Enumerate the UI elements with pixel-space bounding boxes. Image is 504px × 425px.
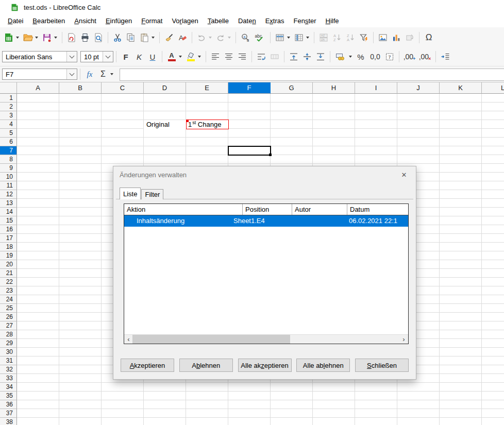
spelling-icon[interactable]: abc xyxy=(252,31,267,44)
column-header-k[interactable]: K xyxy=(440,82,482,94)
column-header-e[interactable]: E xyxy=(186,82,228,94)
row-header-2[interactable]: 2 xyxy=(0,103,17,111)
formula-input[interactable] xyxy=(120,69,504,81)
export-pdf-icon[interactable] xyxy=(65,31,78,44)
row-header-11[interactable]: 11 xyxy=(0,181,17,190)
row-header-24[interactable]: 24 xyxy=(0,295,17,304)
new-dropdown-caret[interactable] xyxy=(16,37,19,39)
rows-icon[interactable] xyxy=(273,31,287,44)
delete-decimal-icon[interactable]: ,00× xyxy=(417,50,433,63)
column-header-l[interactable]: L xyxy=(482,82,504,94)
row-header-21[interactable]: 21 xyxy=(0,269,17,278)
row-header-36[interactable]: 36 xyxy=(0,400,17,409)
columns-dropdown-caret[interactable] xyxy=(306,37,309,39)
special-character-icon[interactable]: Ω xyxy=(422,31,435,44)
row-header-25[interactable]: 25 xyxy=(0,304,17,313)
cell-e4-tracked-change[interactable]: 1st Change xyxy=(186,120,229,129)
add-decimal-icon[interactable]: ,00+ xyxy=(402,50,417,63)
font-size-combo[interactable]: 10 pt xyxy=(80,51,113,62)
row-header-29[interactable]: 29 xyxy=(0,339,17,348)
paste-icon[interactable] xyxy=(138,31,151,44)
row-header-26[interactable]: 26 xyxy=(0,313,17,321)
row-header-35[interactable]: 35 xyxy=(0,392,17,400)
rows-dropdown-caret[interactable] xyxy=(287,37,290,39)
open-file-icon[interactable] xyxy=(21,31,35,44)
alle-akzeptieren-button[interactable]: Alle akzeptieren xyxy=(238,359,292,372)
align-left-icon[interactable] xyxy=(209,50,222,63)
select-all-corner[interactable] xyxy=(0,82,17,94)
sum-dropdown-caret[interactable] xyxy=(110,73,113,75)
clone-formatting-icon[interactable] xyxy=(162,31,176,44)
row-header-6[interactable]: 6 xyxy=(0,138,17,146)
row-header-31[interactable]: 31 xyxy=(0,356,17,365)
column-header-datum[interactable]: Datum xyxy=(347,204,408,215)
schließen-button[interactable]: Schließen xyxy=(355,359,409,372)
column-header-aktion[interactable]: Aktion xyxy=(124,204,243,215)
row-header-28[interactable]: 28 xyxy=(0,330,17,339)
fill-handle[interactable] xyxy=(269,154,272,156)
row-header-10[interactable]: 10 xyxy=(0,173,17,181)
columns-icon[interactable] xyxy=(292,31,306,44)
row-header-27[interactable]: 27 xyxy=(0,321,17,330)
ablehnen-button[interactable]: Ablehnen xyxy=(179,359,233,372)
increase-indent-icon[interactable] xyxy=(439,50,452,63)
row-header-23[interactable]: 23 xyxy=(0,286,17,295)
row-header-14[interactable]: 14 xyxy=(0,208,17,216)
align-top-icon[interactable] xyxy=(287,50,300,63)
currency-dropdown-caret[interactable] xyxy=(349,56,352,58)
menu-hilfe[interactable]: Hilfe xyxy=(321,15,344,26)
font-color-button[interactable]: A xyxy=(165,50,178,63)
copy-icon[interactable] xyxy=(124,31,138,44)
row-header-1[interactable]: 1 xyxy=(0,94,17,103)
insert-chart-icon[interactable] xyxy=(390,31,403,44)
row-header-32[interactable]: 32 xyxy=(0,365,17,374)
italic-button[interactable]: K xyxy=(132,50,146,63)
clear-formatting-icon[interactable]: A xyxy=(176,31,189,44)
name-box[interactable]: F7 xyxy=(2,69,77,80)
row-header-3[interactable]: 3 xyxy=(0,111,17,120)
align-bottom-icon[interactable] xyxy=(314,50,327,63)
menu-vorlagen[interactable]: Vorlagen xyxy=(167,15,203,26)
row-header-18[interactable]: 18 xyxy=(0,243,17,251)
row-header-4[interactable]: 4 xyxy=(0,120,17,129)
cut-icon[interactable] xyxy=(111,31,124,44)
scroll-right-icon[interactable]: › xyxy=(399,335,408,344)
date-format-icon[interactable]: 7 xyxy=(383,50,396,63)
row-header-8[interactable]: 8 xyxy=(0,155,17,164)
row-header-7[interactable]: 7 xyxy=(0,146,17,155)
row-header-30[interactable]: 30 xyxy=(0,348,17,356)
underline-button[interactable]: U xyxy=(146,50,159,63)
column-header-i[interactable]: I xyxy=(355,82,397,94)
horizontal-scrollbar[interactable]: ‹ › xyxy=(124,334,408,344)
menu-format[interactable]: Format xyxy=(137,15,167,26)
print-preview-icon[interactable] xyxy=(92,31,105,44)
open-dropdown-caret[interactable] xyxy=(35,37,38,39)
paste-dropdown-caret[interactable] xyxy=(152,37,155,39)
menu-tabelle[interactable]: Tabelle xyxy=(203,15,233,26)
cell-d4[interactable]: Original xyxy=(144,120,186,129)
highlight-color-button[interactable] xyxy=(184,50,197,63)
column-header-g[interactable]: G xyxy=(271,82,313,94)
close-icon[interactable]: ✕ xyxy=(399,169,409,180)
menu-einfügen[interactable]: Einfügen xyxy=(101,15,137,26)
highlight-dropdown-caret[interactable] xyxy=(198,56,201,58)
column-header-c[interactable]: C xyxy=(102,82,144,94)
menu-datei[interactable]: Datei xyxy=(3,15,28,26)
column-header-f[interactable]: F xyxy=(228,82,271,94)
align-vertical-center-icon[interactable] xyxy=(300,50,314,63)
change-row-selected[interactable]: Inhaltsänderung Sheet1.E4 06.02.2021 22:… xyxy=(124,215,408,227)
menu-extras[interactable]: Extras xyxy=(261,15,289,26)
print-icon[interactable] xyxy=(78,31,92,44)
row-header-37[interactable]: 37 xyxy=(0,409,17,418)
tab-liste[interactable]: Liste xyxy=(120,188,141,199)
column-header-h[interactable]: H xyxy=(313,82,355,94)
find-replace-icon[interactable]: ad xyxy=(239,31,252,44)
chevron-down-icon[interactable] xyxy=(66,52,77,62)
chevron-down-icon[interactable] xyxy=(66,69,77,79)
chevron-down-icon[interactable] xyxy=(103,52,113,62)
row-header-12[interactable]: 12 xyxy=(0,190,17,199)
percent-format-icon[interactable]: % xyxy=(354,50,367,63)
sum-icon[interactable]: Σ xyxy=(96,67,110,81)
row-header-5[interactable]: 5 xyxy=(0,129,17,138)
row-header-15[interactable]: 15 xyxy=(0,216,17,225)
